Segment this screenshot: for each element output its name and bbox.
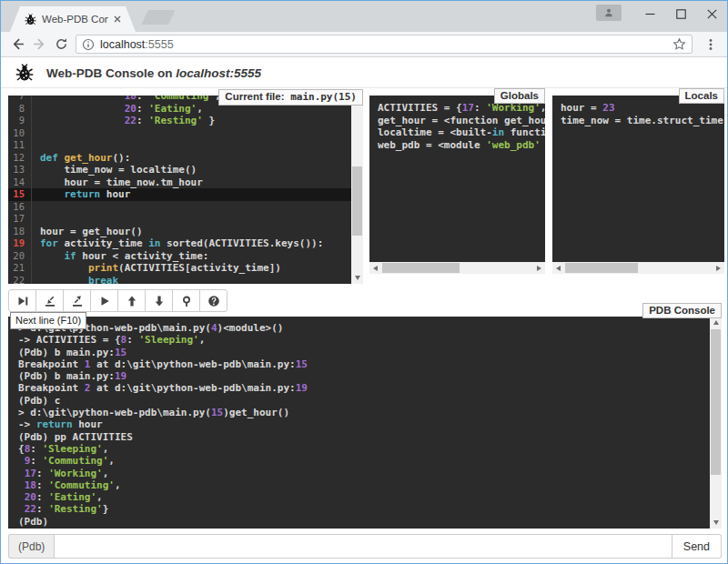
page-info-icon[interactable] xyxy=(82,38,95,51)
page-title: Web-PDB Console on localhost:5555 xyxy=(46,66,261,80)
step-out-button[interactable] xyxy=(63,289,91,312)
forward-icon[interactable] xyxy=(28,34,50,55)
locals-label: Locals xyxy=(679,88,724,104)
console-scrollbar[interactable] xyxy=(710,317,722,529)
frame-down-button[interactable] xyxy=(145,289,173,312)
send-button[interactable]: Send xyxy=(672,534,722,559)
new-tab-button[interactable] xyxy=(141,10,175,25)
app-header: Web-PDB Console on localhost:5555 xyxy=(15,64,261,82)
tab-strip: Web-PDB Console on lo xyxy=(1,1,727,32)
frame-up-button[interactable] xyxy=(117,289,146,312)
globals-content: ACTIVITIES = {17: 'Working', 18: 'get_ho… xyxy=(369,96,545,262)
pdb-prompt: (Pdb) xyxy=(8,534,54,559)
favicon-bug-icon xyxy=(25,14,36,25)
scroll-right-icon[interactable] xyxy=(713,262,724,274)
locals-panel: Locals hour = 23time_now = time.struct_t… xyxy=(552,96,724,262)
scroll-left-icon[interactable] xyxy=(369,262,381,274)
scroll-down-icon[interactable] xyxy=(710,517,722,529)
minimize-button[interactable] xyxy=(634,1,665,26)
bookmark-star-icon[interactable] xyxy=(672,37,686,51)
tab-close-icon[interactable] xyxy=(112,14,123,25)
close-button[interactable] xyxy=(696,1,727,26)
current-file-panel: Current file: main.py(15) 7 18: 'Commuti… xyxy=(8,96,363,284)
step-into-button[interactable] xyxy=(35,289,64,312)
address-bar[interactable]: localhost:5555 xyxy=(76,35,693,54)
back-icon[interactable] xyxy=(6,34,28,55)
web-pdb-page: Web-PDB Console on localhost:5555 Curren… xyxy=(1,57,727,563)
header-divider xyxy=(1,87,727,88)
locals-hscrollbar[interactable] xyxy=(552,262,724,274)
pdb-console-panel: PDB Console > d:\git\python-web-pdb\main… xyxy=(8,317,722,529)
globals-hscrollbar[interactable] xyxy=(369,262,545,274)
next-line-button[interactable] xyxy=(8,289,36,312)
reload-icon[interactable] xyxy=(50,34,72,55)
pdb-console-label: PDB Console xyxy=(642,303,722,318)
scroll-down-icon[interactable] xyxy=(351,272,363,284)
globals-label: Globals xyxy=(494,88,545,104)
debugger-toolbar xyxy=(8,289,228,312)
help-button[interactable] xyxy=(199,289,228,312)
breakpoint-button[interactable] xyxy=(172,289,200,312)
code-editor[interactable]: 7 18: 'Commuting',8 20: 'Eating',9 22: '… xyxy=(8,96,351,284)
scroll-left-icon[interactable] xyxy=(552,262,564,274)
maximize-button[interactable] xyxy=(665,1,696,26)
globals-panel: Globals ACTIVITIES = {17: 'Working', 18:… xyxy=(369,96,545,262)
bug-logo-icon xyxy=(15,64,34,82)
continue-button[interactable] xyxy=(90,289,118,312)
tooltip: Next line (F10) xyxy=(10,312,86,329)
current-file-label: Current file: main.py(15) xyxy=(218,89,363,106)
browser-menu-icon[interactable] xyxy=(700,34,722,55)
browser-window: Web-PDB Console on lo xyxy=(0,0,728,564)
url-text[interactable]: localhost:5555 xyxy=(100,38,672,51)
locals-content: hour = 23time_now = time.struct_time(tm_… xyxy=(552,96,724,262)
tab-title: Web-PDB Console on lo xyxy=(42,14,108,25)
scroll-right-icon[interactable] xyxy=(533,262,545,274)
browser-tab[interactable]: Web-PDB Console on lo xyxy=(10,6,136,32)
browser-toolbar: localhost:5555 xyxy=(1,32,727,57)
command-input-row: (Pdb) Send xyxy=(8,534,722,559)
code-scrollbar[interactable] xyxy=(351,96,363,284)
command-input[interactable] xyxy=(54,534,672,559)
console-output[interactable]: > d:\git\python-web-pdb\main.py(4)<modul… xyxy=(8,317,710,529)
profile-button[interactable] xyxy=(596,5,622,21)
